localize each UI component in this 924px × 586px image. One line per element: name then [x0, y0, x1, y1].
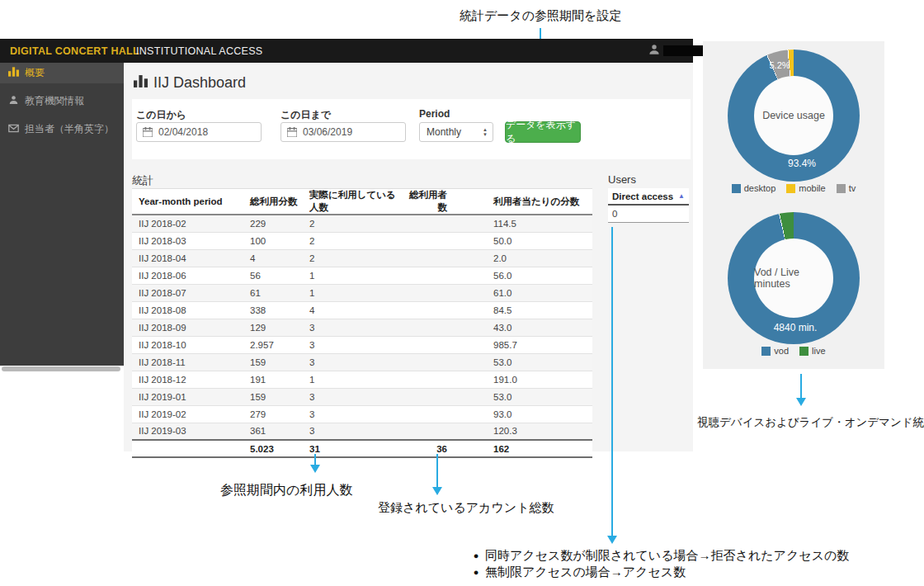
total-blank	[132, 440, 243, 457]
table-row: IIJ 2018-08338484.5	[132, 301, 592, 319]
annotation-account-total: 登録されているアカウント総数	[378, 500, 554, 516]
user-icon	[648, 44, 660, 59]
bar-chart-icon	[134, 74, 148, 92]
col-minutes-per-user: 利用者当たりの分数	[487, 189, 592, 215]
access-note-row: ● 同時アクセス数が制限されている場合→拒否されたアクセスの数	[467, 547, 849, 564]
table-row: IIJ 2018-022292114.5	[132, 215, 592, 232]
annotation-access-notes: ● 同時アクセス数が制限されている場合→拒否されたアクセスの数 ● 無制限アクセ…	[467, 547, 849, 580]
calendar-icon	[281, 127, 303, 137]
legend-swatch	[732, 184, 741, 193]
date-to-input[interactable]: 03/06/2019	[280, 122, 406, 142]
period-value: Monthly	[427, 126, 461, 138]
access-note-text: 無制限アクセスの場合→アクセス数	[485, 564, 686, 580]
date-from-input[interactable]: 02/04/2018	[136, 122, 262, 142]
legend-label: vod	[774, 346, 789, 356]
annotation-usage-people: 参照期間内の利用人数	[220, 482, 352, 499]
person-icon	[8, 95, 19, 107]
date-from-label: この日から	[136, 108, 186, 122]
tv-share-label: 5.2%	[769, 60, 790, 70]
col-total-minutes: 総利用分数	[243, 189, 303, 215]
table-row: IIJ 2018-0656156.0	[132, 267, 592, 284]
arrow-head	[796, 398, 806, 406]
legend-label: live	[812, 346, 826, 356]
arrow-to-access-notes	[611, 227, 613, 536]
legend-swatch	[799, 347, 808, 356]
table-row: IIJ 2019-01159353.0	[132, 388, 592, 405]
legend-swatch	[761, 347, 771, 356]
users-column-label: Direct access	[612, 191, 673, 201]
sidebar-item-overview[interactable]: 概要	[0, 63, 124, 83]
total-users: 36	[396, 440, 487, 457]
date-to-label: この日まで	[280, 108, 331, 122]
users-sort-header[interactable]: Direct access ▲	[608, 188, 689, 206]
donut-hole: Vod / Live minutes	[754, 239, 833, 318]
main-content: IIJ Dashboard この日から 02/04/2018 この日まで	[124, 63, 693, 451]
sidebar-item-label: 教育機関情報	[25, 94, 84, 108]
total-active-users: 31	[303, 440, 396, 457]
col-active-users: 実際に利用している人数	[303, 189, 396, 215]
access-note-text: 同時アクセス数が制限されている場合→拒否されたアクセスの数	[485, 547, 849, 564]
date-to-value: 03/06/2019	[303, 126, 352, 138]
donut-hole: Device usage	[754, 76, 833, 155]
device-usage-legend: desktopmobiletv	[703, 183, 884, 193]
sidebar-item-contact[interactable]: 担当者（半角英字）	[0, 119, 124, 139]
top-bar: DIGITAL CONCERT HALL INSTITUTIONAL ACCES…	[0, 39, 693, 63]
table-row: IIJ 2018-04422.0	[132, 249, 592, 267]
sidebar-item-label: 概要	[25, 66, 45, 80]
arrow-to-device-stats	[800, 374, 802, 398]
total-minutes: 5.023	[243, 440, 303, 457]
table-row: IIJ 2018-121911191.0	[132, 371, 592, 388]
legend-item-tv: tv	[837, 183, 856, 193]
sort-asc-icon: ▲	[678, 192, 685, 200]
total-minutes-per-user: 162	[487, 440, 592, 457]
legend-swatch	[786, 184, 795, 193]
desktop-share-label: 93.4%	[788, 158, 816, 169]
device-usage-title: Device usage	[762, 110, 825, 121]
table-row: IIJ 2018-09129343.0	[132, 319, 592, 336]
stats-table: Year-month period 総利用分数 実際に利用している人数 総利用者…	[132, 188, 592, 458]
date-from-value: 02/04/2018	[158, 126, 208, 138]
users-value-cell: 0	[608, 206, 689, 223]
legend-item-desktop: desktop	[732, 183, 776, 193]
select-arrows-icon: ▲▼	[483, 127, 488, 137]
page-title: IIJ Dashboard	[134, 74, 246, 92]
users-section-title: Users	[608, 173, 636, 186]
col-total-users: 総利用者数	[396, 189, 487, 215]
stats-table-header: Year-month period 総利用分数 実際に利用している人数 総利用者…	[132, 189, 592, 215]
access-note-row: ● 無制限アクセスの場合→アクセス数	[467, 564, 849, 580]
bullet-icon: ●	[467, 564, 485, 580]
legend-label: desktop	[744, 183, 776, 193]
envelope-icon	[8, 124, 19, 135]
arrow-head	[432, 487, 442, 495]
sidebar-item-label: 担当者（半角英字）	[25, 122, 114, 136]
legend-label: mobile	[799, 183, 825, 193]
page-title-text: IIJ Dashboard	[153, 74, 246, 92]
filter-panel: この日から 02/04/2018 この日まで	[132, 99, 691, 159]
vod-live-title: Vod / Live minutes	[754, 267, 833, 290]
sidebar: 概要 教育機関情報 担当者（半角英字）	[0, 63, 124, 366]
period-select[interactable]: Monthly ▲▼	[419, 122, 493, 142]
vod-minutes-label: 4840 min.	[774, 322, 818, 333]
table-row: IIJ 2018-11159353.0	[132, 353, 592, 371]
legend-item-live: live	[799, 346, 826, 356]
brand-logo: DIGITAL CONCERT HALL	[10, 45, 139, 57]
user-menu[interactable]	[648, 44, 705, 59]
device-usage-donut: 5.2% 93.4% Device usage	[728, 50, 860, 182]
annotation-device-stats: 視聴デバイスおよびライブ・オンデマンド統計	[697, 415, 924, 430]
table-row: IIJ 2018-0761161.0	[132, 284, 592, 301]
topbar-section-title: INSTITUTIONAL ACCESS	[136, 45, 262, 57]
arrow-to-account-total	[436, 454, 438, 487]
horizontal-scrollbar[interactable]	[2, 366, 120, 371]
bar-chart-icon	[8, 67, 19, 79]
show-data-button[interactable]: データを表示する	[505, 121, 581, 143]
legend-label: tv	[849, 183, 856, 193]
legend-swatch	[837, 184, 846, 193]
page: 統計データの参照期間を設定 DIGITAL CONCERT HALL INSTI…	[0, 0, 924, 586]
stats-table-body: IIJ 2018-022292114.5IIJ 2018-03100250.0I…	[132, 215, 592, 440]
stats-table-totals: 5.023 31 36 162	[132, 440, 592, 457]
vod-live-legend: vodlive	[703, 346, 884, 356]
table-row: IIJ 2019-02279393.0	[132, 405, 592, 423]
col-year-month: Year-month period	[132, 189, 243, 215]
sidebar-item-institution-info[interactable]: 教育機関情報	[0, 91, 124, 111]
stats-section-title: 統計	[132, 173, 153, 188]
